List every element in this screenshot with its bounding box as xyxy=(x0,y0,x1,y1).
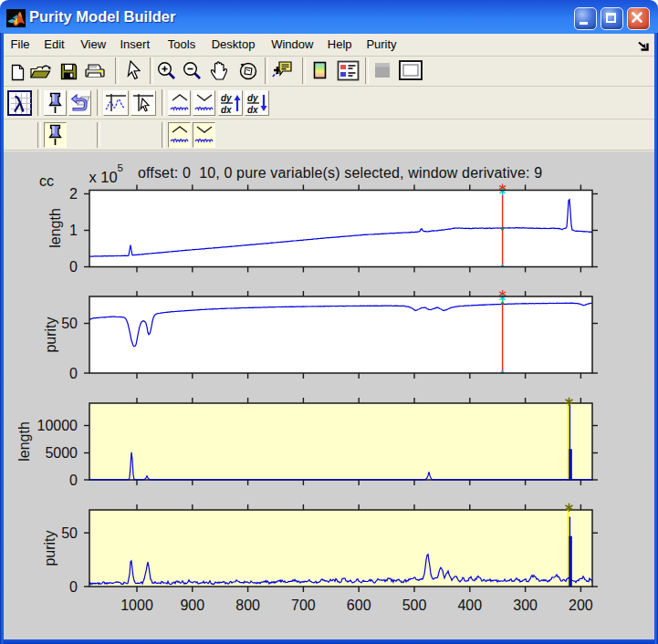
svg-text:2: 2 xyxy=(69,186,78,202)
svg-text:0: 0 xyxy=(69,259,78,275)
svg-text:cc: cc xyxy=(39,173,54,189)
svg-text:1000: 1000 xyxy=(120,597,153,613)
svg-text:dy: dy xyxy=(247,93,258,103)
svg-text:500: 500 xyxy=(402,597,427,613)
svg-text:purity: purity xyxy=(42,530,57,566)
svg-text:5000: 5000 xyxy=(45,445,78,461)
svg-text:dx: dx xyxy=(221,105,232,115)
svg-text:10000: 10000 xyxy=(37,418,78,433)
svg-text:1: 1 xyxy=(69,223,78,238)
svg-text:0: 0 xyxy=(69,579,78,595)
svg-text:purity: purity xyxy=(43,317,58,352)
svg-text:300: 300 xyxy=(513,597,538,613)
svg-text:900: 900 xyxy=(180,597,204,613)
svg-text:0: 0 xyxy=(69,366,78,381)
svg-text:5: 5 xyxy=(118,162,123,173)
svg-text:800: 800 xyxy=(235,597,260,613)
svg-text:0: 0 xyxy=(69,473,78,488)
svg-text:length: length xyxy=(47,208,63,248)
svg-text:600: 600 xyxy=(347,597,371,613)
svg-text:200: 200 xyxy=(569,597,593,613)
svg-text:400: 400 xyxy=(457,597,482,613)
svg-text:length: length xyxy=(16,421,32,462)
svg-text:dx: dx xyxy=(247,105,258,115)
svg-text:x 10: x 10 xyxy=(89,169,118,185)
svg-text:50: 50 xyxy=(61,525,78,541)
svg-text:offset: 0 10, 0 pure variable: offset: 0 10, 0 pure variable(s) selecte… xyxy=(138,165,542,181)
svg-text:50: 50 xyxy=(61,316,78,331)
svg-text:dy: dy xyxy=(221,93,232,103)
svg-text:700: 700 xyxy=(291,597,316,613)
